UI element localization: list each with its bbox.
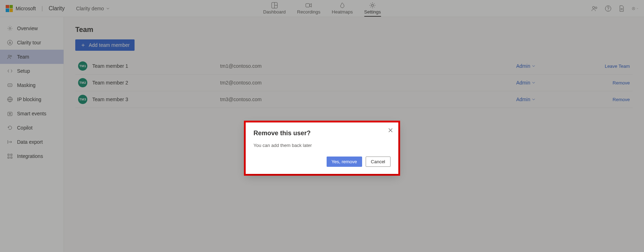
dialog-highlight-border: Remove this user? You can add them back …: [244, 121, 400, 176]
dialog-actions: Yes, remove Cancel: [253, 157, 391, 167]
close-button[interactable]: [388, 127, 393, 133]
dialog-text: You can add them back later: [253, 143, 391, 148]
close-icon: [388, 127, 393, 133]
cancel-button[interactable]: Cancel: [366, 157, 391, 167]
remove-user-dialog: Remove this user? You can add them back …: [246, 122, 398, 174]
confirm-remove-button[interactable]: Yes, remove: [327, 157, 362, 167]
modal-overlay[interactable]: Remove this user? You can add them back …: [0, 0, 644, 252]
dialog-title: Remove this user?: [253, 130, 391, 137]
